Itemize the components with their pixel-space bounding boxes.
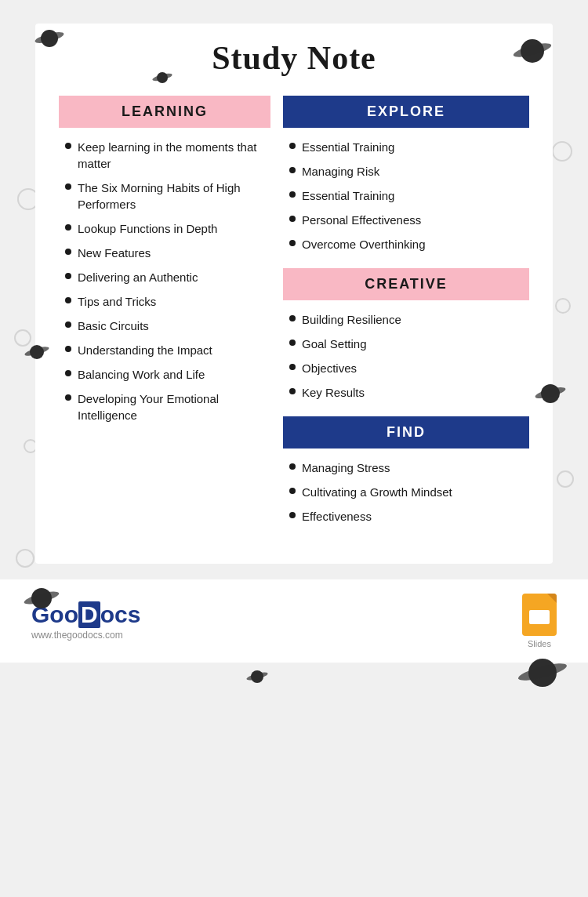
deco-planet-6 [31,588,52,608]
bullet [289,143,296,149]
item-text: Understanding the Impact [78,342,212,358]
list-item: Essential Training [289,139,523,155]
bullet [289,463,296,470]
deco-planet-5 [541,384,560,403]
find-list: Managing StressCultivating a Growth Mind… [283,459,529,525]
explore-block: EXPLORE Essential TrainingManaging RiskE… [283,96,529,252]
bullet [65,297,71,303]
item-text: Lookup Functions in Depth [78,220,217,237]
bullet [289,488,296,494]
bullet [65,370,71,376]
logo-ocs: ocs [100,601,141,628]
list-item: Key Results [289,384,523,401]
item-text: Effectiveness [302,508,372,525]
bullet [65,321,71,328]
list-item: New Features [65,245,264,261]
deco-planet-2 [521,39,544,63]
bullet [289,167,296,173]
deco-circle-6 [555,298,571,314]
logo-d: D [78,601,100,628]
item-text: Managing Risk [302,163,379,180]
list-item: Delivering an Authentic [65,269,264,285]
deco-planet-8 [251,670,263,683]
list-item: Tips and Tricks [65,293,264,310]
list-item: Managing Risk [289,163,523,180]
creative-list: Building ResilienceGoal SettingObjective… [283,311,529,401]
bullet [289,315,296,321]
list-item: Personal Effectiveness [289,212,523,228]
list-item: Developing Your Emotional Intelligence [65,390,264,423]
slides-inner [529,610,550,624]
find-header: FIND [283,416,529,448]
footer: GooDocs www.thegoodocs.com Slides [0,579,588,663]
item-text: Personal Effectiveness [302,212,421,228]
item-text: New Features [78,245,151,261]
deco-planet-7 [528,659,557,687]
item-text: Basic Circuits [78,318,149,334]
list-item: Managing Stress [289,459,523,476]
list-item: Understanding the Impact [65,342,264,358]
item-text: Essential Training [302,139,394,155]
deco-planet-1 [41,30,58,47]
bullet [65,273,71,279]
bullet [289,512,296,518]
deco-planet-3 [157,72,168,83]
creative-header: CREATIVE [283,268,529,300]
slides-badge [522,594,557,636]
right-column: EXPLORE Essential TrainingManaging RiskE… [283,96,529,540]
page-wrapper: Study Note LEARNING Keep learning in the… [0,0,588,897]
logo-area: GooDocs www.thegoodocs.com [31,601,140,641]
item-text: Keep learning in the moments that matter [78,139,264,172]
item-text: The Six Morning Habits of High Performer… [78,180,264,212]
bullet [289,388,296,394]
list-item: Lookup Functions in Depth [65,220,264,237]
item-text: Balancing Work and Life [78,366,205,383]
learning-list: Keep learning in the moments that matter… [59,139,270,423]
list-item: Building Resilience [289,311,523,328]
list-item: Effectiveness [289,508,523,525]
logo-url: www.thegoodocs.com [31,630,140,641]
learning-header: LEARNING [59,96,270,128]
item-text: Delivering an Authentic [78,269,198,285]
list-item: Overcome Overthinking [289,236,523,252]
bullet [289,191,296,198]
item-text: Developing Your Emotional Intelligence [78,390,264,423]
item-text: Overcome Overthinking [302,236,426,252]
item-text: Key Results [302,384,365,401]
slides-icon-area: Slides [522,594,557,648]
item-text: Objectives [302,360,357,376]
item-text: Tips and Tricks [78,293,156,310]
page-title: Study Note [59,39,529,77]
slides-label: Slides [528,639,551,648]
bullet [289,340,296,346]
columns-container: LEARNING Keep learning in the moments th… [59,96,529,540]
deco-circle-2 [14,329,31,347]
bullet [65,183,71,190]
bullet [289,240,296,246]
list-item: Balancing Work and Life [65,366,264,383]
list-item: The Six Morning Habits of High Performer… [65,180,264,212]
deco-circle-7 [557,470,574,488]
bullet [289,216,296,222]
find-block: FIND Managing StressCultivating a Growth… [283,416,529,525]
item-text: Essential Training [302,187,394,204]
bullet [65,346,71,352]
deco-planet-4 [30,345,44,359]
learning-section: LEARNING Keep learning in the moments th… [59,96,270,439]
item-text: Managing Stress [302,459,390,476]
list-item: Cultivating a Growth Mindset [289,484,523,500]
creative-block: CREATIVE Building ResilienceGoal Setting… [283,268,529,401]
list-item: Basic Circuits [65,318,264,334]
list-item: Objectives [289,360,523,376]
bullet [65,394,71,401]
main-card: Study Note LEARNING Keep learning in the… [35,24,553,564]
deco-circle-5 [552,141,572,162]
item-text: Goal Setting [302,336,367,352]
list-item: Goal Setting [289,336,523,352]
list-item: Essential Training [289,187,523,204]
explore-list: Essential TrainingManaging RiskEssential… [283,139,529,252]
explore-header: EXPLORE [283,96,529,128]
deco-circle-4 [16,549,34,568]
list-item: Keep learning in the moments that matter [65,139,264,172]
learning-block: LEARNING Keep learning in the moments th… [59,96,270,423]
